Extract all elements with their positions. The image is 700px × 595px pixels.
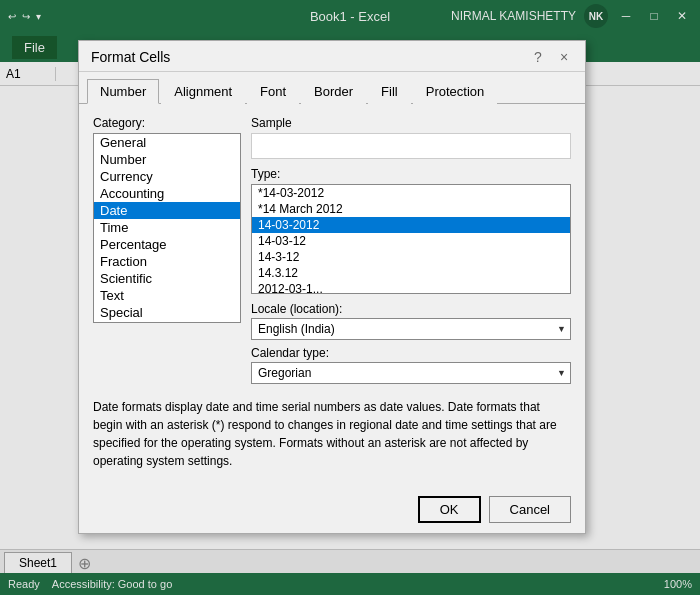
type-item-2[interactable]: 14-03-2012 xyxy=(252,217,570,233)
dialog-close-btn[interactable]: × xyxy=(555,49,573,65)
locale-value: English (India) xyxy=(258,322,335,336)
dialog-main-content: Category: General Number Currency Accoun… xyxy=(79,104,585,490)
dialog-buttons: OK Cancel xyxy=(79,490,585,533)
calendar-label: Calendar type: xyxy=(251,346,571,360)
tab-fill[interactable]: Fill xyxy=(368,79,411,104)
category-custom[interactable]: Custom xyxy=(94,321,240,323)
calendar-section: Calendar type: Gregorian ▼ xyxy=(251,346,571,384)
category-accounting[interactable]: Accounting xyxy=(94,185,240,202)
category-text[interactable]: Text xyxy=(94,287,240,304)
sample-section: Sample xyxy=(251,116,571,159)
dialog-help-btn[interactable]: ? xyxy=(529,49,547,65)
dialog-tabs: Number Alignment Font Border Fill Protec… xyxy=(79,72,585,104)
type-item-6[interactable]: 2012-03-1... xyxy=(252,281,570,294)
category-special[interactable]: Special xyxy=(94,304,240,321)
calendar-dropdown-arrow: ▼ xyxy=(557,368,566,378)
type-item-4[interactable]: 14-3-12 xyxy=(252,249,570,265)
format-cells-dialog: Format Cells ? × Number Alignment Font B… xyxy=(78,40,586,534)
category-number[interactable]: Number xyxy=(94,151,240,168)
format-layout: Category: General Number Currency Accoun… xyxy=(93,116,571,390)
type-item-0[interactable]: *14-03-2012 xyxy=(252,185,570,201)
calendar-dropdown[interactable]: Gregorian ▼ xyxy=(251,362,571,384)
category-time[interactable]: Time xyxy=(94,219,240,236)
type-item-3[interactable]: 14-03-12 xyxy=(252,233,570,249)
category-section: Category: General Number Currency Accoun… xyxy=(93,116,241,390)
category-date[interactable]: Date xyxy=(94,202,240,219)
dialog-title: Format Cells xyxy=(91,49,170,65)
type-listbox[interactable]: *14-03-2012 *14 March 2012 14-03-2012 14… xyxy=(251,184,571,294)
locale-dropdown-arrow: ▼ xyxy=(557,324,566,334)
cancel-button[interactable]: Cancel xyxy=(489,496,571,523)
type-item-1[interactable]: *14 March 2012 xyxy=(252,201,570,217)
sample-box xyxy=(251,133,571,159)
category-fraction[interactable]: Fraction xyxy=(94,253,240,270)
tab-alignment[interactable]: Alignment xyxy=(161,79,245,104)
category-listbox[interactable]: General Number Currency Accounting Date xyxy=(93,133,241,323)
description-text: Date formats display date and time seria… xyxy=(93,398,571,470)
tab-protection[interactable]: Protection xyxy=(413,79,498,104)
category-label: Category: xyxy=(93,116,241,130)
ok-button[interactable]: OK xyxy=(418,496,481,523)
category-scientific[interactable]: Scientific xyxy=(94,270,240,287)
locale-section: Locale (location): English (India) ▼ xyxy=(251,302,571,340)
type-section: Type: *14-03-2012 *14 March 2012 14-03-2… xyxy=(251,167,571,294)
calendar-value: Gregorian xyxy=(258,366,311,380)
format-right-section: Sample Type: *14-03-2012 *14 March 2012 xyxy=(251,116,571,390)
tab-border[interactable]: Border xyxy=(301,79,366,104)
dialog-titlebar: Format Cells ? × xyxy=(79,41,585,72)
category-percentage[interactable]: Percentage xyxy=(94,236,240,253)
dialog-controls: ? × xyxy=(529,49,573,65)
sample-label: Sample xyxy=(251,116,571,130)
type-label: Type: xyxy=(251,167,571,181)
category-currency[interactable]: Currency xyxy=(94,168,240,185)
category-general[interactable]: General xyxy=(94,134,240,151)
tab-font[interactable]: Font xyxy=(247,79,299,104)
locale-dropdown[interactable]: English (India) ▼ xyxy=(251,318,571,340)
tab-number[interactable]: Number xyxy=(87,79,159,104)
locale-label: Locale (location): xyxy=(251,302,571,316)
type-item-5[interactable]: 14.3.12 xyxy=(252,265,570,281)
